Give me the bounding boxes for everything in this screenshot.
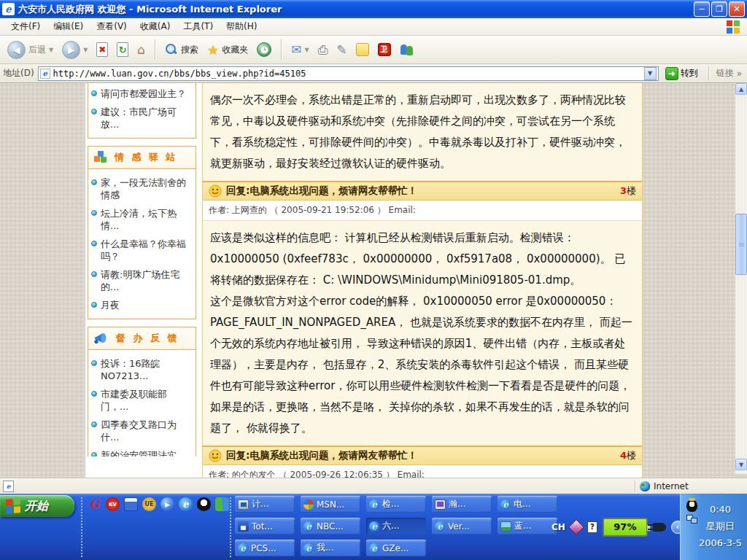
links-bar[interactable]: 链接 » bbox=[716, 67, 744, 79]
menu-file[interactable]: 文件(F) bbox=[4, 18, 47, 35]
taskbtn-ie-5[interactable]: ePCS... bbox=[235, 540, 295, 556]
sidebar-link[interactable]: 建议：市民广场可放... bbox=[91, 103, 193, 133]
megaphone-icon bbox=[93, 331, 110, 346]
print-button[interactable]: ⎙ bbox=[315, 42, 331, 58]
reply-author-line: 作者: 的个的发个 （ 2005-09-26 12:06:35 ） Email: bbox=[203, 465, 642, 478]
qq-tray-icon[interactable] bbox=[686, 499, 697, 512]
history-button[interactable]: 🕒 bbox=[254, 41, 274, 58]
home-button[interactable]: ⌂ bbox=[134, 42, 148, 58]
scroll-down-icon[interactable]: ▼ bbox=[735, 459, 747, 470]
go-button[interactable]: ➜ 转到 bbox=[662, 66, 701, 81]
close-button[interactable]: ✕ bbox=[729, 1, 745, 17]
ultraedit-icon[interactable]: UE bbox=[142, 497, 156, 511]
network-tray-icon[interactable] bbox=[686, 515, 698, 524]
scroll-up-icon[interactable]: ▲ bbox=[735, 83, 747, 95]
forward-dropdown-icon[interactable]: ▼ bbox=[83, 47, 88, 53]
start-button[interactable]: 开始 bbox=[0, 495, 74, 517]
zone-label: Internet bbox=[654, 481, 689, 491]
floor-badge: 4楼 bbox=[620, 449, 636, 462]
taskbtn-computer[interactable]: 计... bbox=[235, 496, 295, 513]
sidebar-link[interactable]: 四季春交叉路口为什... bbox=[91, 416, 193, 446]
messenger-icon bbox=[400, 43, 414, 56]
back-dropdown-icon[interactable]: ▼ bbox=[49, 47, 53, 53]
sidebar-link[interactable]: 请教:明珠广场住宅的... bbox=[91, 265, 193, 296]
home-icon: ⌂ bbox=[137, 44, 145, 56]
taskbtn-luan-active[interactable]: e六... bbox=[366, 518, 426, 534]
battery-indicator[interactable]: 97% bbox=[603, 518, 648, 537]
ime-pen-icon[interactable] bbox=[568, 518, 585, 535]
taskbtn-ie-6[interactable]: e我... bbox=[301, 540, 360, 556]
sidebar-link[interactable]: 请问市都爱园业主？ bbox=[91, 85, 193, 103]
media-player-icon[interactable]: ▶ bbox=[160, 497, 174, 511]
sidebar-box-top: 请问市都爱园业主？ 建议：市民广场可放... bbox=[88, 83, 196, 139]
taskbtn-ie-2[interactable]: e电... bbox=[498, 496, 557, 513]
scrollbar-thumb[interactable] bbox=[735, 214, 747, 275]
mail-button[interactable]: ✉ ▼ bbox=[288, 42, 311, 58]
desktop: e 六安市人民政府网 欢迎您 - Microsoft Internet Expl… bbox=[0, 0, 747, 560]
image-icon bbox=[500, 521, 511, 532]
menu-edit[interactable]: 编辑(E) bbox=[47, 18, 90, 35]
bullet-icon bbox=[91, 90, 97, 96]
taskbtn-image[interactable]: 蓝... bbox=[498, 518, 557, 534]
taskbtn-ie-4[interactable]: eVer... bbox=[432, 518, 492, 534]
address-input[interactable] bbox=[53, 69, 641, 79]
sidebar-link[interactable]: 坛上冷清，坛下热情... bbox=[91, 204, 193, 235]
page-right-margin bbox=[643, 83, 735, 478]
ie-quicklaunch-icon[interactable]: e bbox=[179, 497, 193, 511]
taskbtn-ie-7[interactable]: eGZe... bbox=[366, 540, 426, 556]
quicklaunch-handle[interactable] bbox=[80, 497, 84, 558]
floppy-save-icon[interactable] bbox=[124, 497, 138, 511]
back-button[interactable]: ◀ 后退 ▼ bbox=[4, 39, 56, 61]
language-indicator[interactable]: CH bbox=[551, 522, 565, 532]
menu-tools[interactable]: 工具(T) bbox=[177, 18, 220, 35]
menu-help[interactable]: 帮助(H) bbox=[220, 18, 263, 35]
sidebar-link[interactable]: 新的治安管理法实施... bbox=[91, 446, 193, 456]
taskbtn-ie-1[interactable]: e检... bbox=[366, 496, 426, 513]
taskbtn-app[interactable]: 瀚... bbox=[432, 496, 492, 513]
address-dropdown-icon[interactable]: ▼ bbox=[644, 67, 657, 80]
menu-view[interactable]: 查看(V) bbox=[90, 18, 133, 35]
monitor-icon bbox=[435, 499, 446, 510]
qq-icon[interactable] bbox=[197, 497, 211, 511]
sidebar-link[interactable]: 家，一段无法割舍的情感 bbox=[91, 174, 193, 204]
restore-button[interactable]: ❐ bbox=[711, 1, 727, 17]
address-bar: 地址(D) e ▼ ➜ 转到 链接 » bbox=[0, 64, 747, 83]
favorites-button[interactable]: ★ 收藏夹 bbox=[204, 41, 251, 59]
forward-button[interactable]: ▶ ▼ bbox=[59, 39, 90, 61]
taskbtn-ie-3[interactable]: eNBC... bbox=[301, 518, 360, 534]
sidebar-link[interactable]: 什么是幸福？你幸福吗？ bbox=[91, 235, 193, 265]
refresh-button[interactable]: ↻ bbox=[114, 41, 131, 58]
messenger-quicklaunch-icon[interactable] bbox=[215, 497, 229, 511]
edit-button[interactable]: ✎ bbox=[333, 42, 349, 58]
section-title: 情 感 驿 站 bbox=[115, 151, 178, 164]
ie-icon: e bbox=[238, 543, 248, 553]
security-plugin-button[interactable]: 卫 bbox=[375, 42, 394, 58]
address-label: 地址(D) bbox=[3, 67, 34, 79]
ac-power-icon[interactable] bbox=[653, 523, 666, 532]
clock[interactable]: 0:40 星期日 2006-3-5 bbox=[699, 501, 742, 551]
minimize-button[interactable]: ─ bbox=[694, 1, 710, 17]
search-button[interactable]: 搜索 bbox=[162, 42, 201, 58]
sidebar-link[interactable]: 投诉：16路皖NO7213... bbox=[91, 354, 193, 385]
windows-logo-icon bbox=[727, 20, 740, 34]
sidebar-link[interactable]: 市建委及职能部门，... bbox=[91, 385, 193, 416]
taskband-handle[interactable] bbox=[229, 497, 233, 558]
ime-softkeyboard-icon[interactable]: ? bbox=[587, 521, 597, 533]
vertical-scrollbar[interactable]: ▲ ▼ bbox=[735, 83, 747, 474]
window-titlebar: e 六安市人民政府网 欢迎您 - Microsoft Internet Expl… bbox=[0, 0, 747, 18]
reply-body-text: 应该是类似这样的信息吧： 计算机已经从检测错误后重新启动。检测错误： 0x100… bbox=[203, 221, 642, 446]
links-chevron-icon[interactable]: » bbox=[737, 69, 742, 79]
menu-favorites[interactable]: 收藏(A) bbox=[133, 18, 177, 35]
stop-button[interactable]: ✖ bbox=[93, 41, 111, 58]
messenger-button[interactable] bbox=[397, 42, 417, 58]
taskbtn-msn[interactable]: MSN... bbox=[301, 496, 360, 513]
ie-icon: e bbox=[303, 543, 314, 553]
section-title: 督 办 反 馈 bbox=[116, 332, 179, 345]
reply-author-line: 作者: 上网查的 （ 2005-09-21 19:52:06 ） Email: bbox=[203, 201, 642, 221]
ie-icon: e bbox=[435, 521, 445, 532]
discuss-button[interactable] bbox=[353, 42, 372, 58]
flashget-icon[interactable]: G bbox=[88, 497, 101, 511]
antivirus-icon[interactable]: KV bbox=[106, 497, 120, 511]
taskbtn-total-commander[interactable]: Tot... bbox=[235, 518, 295, 534]
sidebar-link[interactable]: 月夜 bbox=[91, 296, 193, 314]
